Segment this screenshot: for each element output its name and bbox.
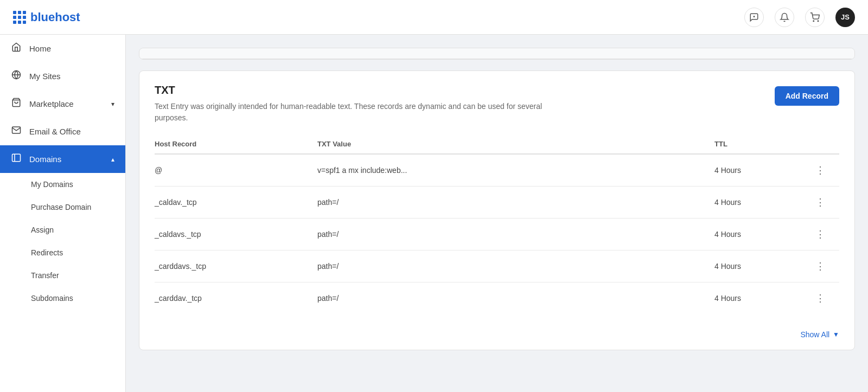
host-record-value: _caldav._tcp — [155, 198, 317, 207]
add-record-button[interactable]: Add Record — [775, 86, 839, 106]
sidebar-item-domains[interactable]: Domains ▴ — [0, 145, 125, 173]
submenu-item-my-domains[interactable]: My Domains — [0, 173, 125, 196]
sidebar-item-label-domains: Domains — [29, 155, 61, 164]
submenu-item-purchase-domain[interactable]: Purchase Domain — [0, 196, 125, 219]
row-action-menu-1[interactable]: ⋮ — [812, 196, 828, 208]
ttl-value: 4 Hours — [714, 262, 812, 271]
card-top-bar — [139, 48, 854, 59]
svg-point-0 — [754, 16, 755, 17]
txt-value: path=/ — [317, 262, 714, 271]
host-record-value: @ — [155, 166, 317, 175]
sidebar: Home My Sites Marketplace ▾ Email & Offi… — [0, 35, 126, 392]
top-partial-card — [139, 48, 855, 60]
domains-icon — [11, 153, 22, 165]
txt-card-header: TXT Text Entry was originally intended f… — [139, 71, 854, 134]
sidebar-item-label-marketplace: Marketplace — [29, 99, 74, 108]
sidebar-item-marketplace[interactable]: Marketplace ▾ — [0, 90, 125, 118]
logo-grid-icon — [13, 11, 25, 24]
submenu-label-transfer: Transfer — [31, 271, 59, 280]
submenu-item-subdomains[interactable]: Subdomains — [0, 287, 125, 310]
submenu-item-transfer[interactable]: Transfer — [0, 264, 125, 287]
table-row: _carddavs._tcp path=/ 4 Hours ⋮ — [155, 250, 839, 282]
svg-point-1 — [813, 21, 814, 22]
host-record-value: _carddavs._tcp — [155, 262, 317, 271]
cart-button[interactable] — [805, 8, 825, 27]
txt-description: Text Entry was originally intended for h… — [155, 101, 561, 124]
svg-rect-6 — [12, 154, 21, 162]
sidebar-item-label-home: Home — [29, 44, 51, 53]
show-all-link[interactable]: Show All — [800, 330, 829, 339]
submenu-label-my-domains: My Domains — [31, 180, 73, 189]
table-row: _caldavs._tcp path=/ 4 Hours ⋮ — [155, 219, 839, 250]
submenu-label-redirects: Redirects — [31, 248, 63, 257]
table-row: _caldav._tcp path=/ 4 Hours ⋮ — [155, 187, 839, 219]
sidebar-item-home[interactable]: Home — [0, 35, 125, 62]
txt-info: TXT Text Entry was originally intended f… — [155, 84, 561, 124]
txt-table-header: Host Record TXT Value TTL — [155, 134, 839, 155]
table-row: @ v=spf1 a mx include:web... 4 Hours ⋮ — [155, 155, 839, 187]
notification-bell-button[interactable] — [775, 8, 794, 27]
col-ttl: TTL — [714, 140, 812, 148]
header-actions: JS — [744, 8, 855, 27]
marketplace-chevron-down-icon: ▾ — [111, 100, 114, 108]
sidebar-item-label-email-office: Email & Office — [29, 127, 81, 136]
sidebar-item-email-office[interactable]: Email & Office — [0, 118, 125, 145]
row-action-menu-0[interactable]: ⋮ — [812, 164, 828, 176]
txt-value: path=/ — [317, 230, 714, 239]
table-row: _carddav._tcp path=/ 4 Hours ⋮ — [155, 282, 839, 314]
host-record-value: _carddav._tcp — [155, 294, 317, 303]
txt-table: Host Record TXT Value TTL @ v=spf1 a mx … — [139, 134, 854, 325]
help-button[interactable] — [744, 8, 764, 27]
submenu-item-redirects[interactable]: Redirects — [0, 241, 125, 264]
ttl-value: 4 Hours — [714, 166, 812, 175]
submenu-item-assign[interactable]: Assign — [0, 219, 125, 241]
svg-point-2 — [818, 21, 819, 22]
email-icon — [11, 125, 22, 138]
user-avatar[interactable]: JS — [835, 8, 855, 27]
ttl-value: 4 Hours — [714, 198, 812, 207]
host-record-value: _caldavs._tcp — [155, 230, 317, 239]
row-action-menu-3[interactable]: ⋮ — [812, 260, 828, 272]
header: bluehost JS — [0, 0, 868, 35]
txt-value: path=/ — [317, 294, 714, 303]
submenu-label-subdomains: Subdomains — [31, 294, 73, 303]
col-host-record: Host Record — [155, 140, 317, 148]
submenu-label-purchase-domain: Purchase Domain — [31, 203, 91, 211]
ttl-value: 4 Hours — [714, 294, 812, 303]
sidebar-item-label-my-sites: My Sites — [29, 72, 61, 81]
txt-value: v=spf1 a mx include:web... — [317, 166, 714, 175]
col-actions — [812, 140, 839, 148]
logo-text: bluehost — [30, 10, 80, 24]
home-icon — [11, 42, 22, 55]
row-action-menu-4[interactable]: ⋮ — [812, 292, 828, 304]
submenu-label-assign: Assign — [31, 226, 54, 234]
txt-title: TXT — [155, 84, 561, 97]
main-content: TXT Text Entry was originally intended f… — [126, 35, 868, 392]
marketplace-icon — [11, 98, 22, 110]
show-all-row: Show All ▼ — [139, 325, 854, 350]
domains-chevron-up-icon: ▴ — [111, 156, 114, 163]
txt-value: path=/ — [317, 198, 714, 207]
ttl-value: 4 Hours — [714, 230, 812, 239]
sidebar-item-my-sites[interactable]: My Sites — [0, 62, 125, 90]
logo: bluehost — [13, 10, 80, 24]
col-txt-value: TXT Value — [317, 140, 714, 148]
show-all-chevron-down-icon: ▼ — [833, 331, 839, 338]
row-action-menu-2[interactable]: ⋮ — [812, 228, 828, 240]
domains-submenu: My Domains Purchase Domain Assign Redire… — [0, 173, 125, 310]
my-sites-icon — [11, 70, 22, 82]
layout: Home My Sites Marketplace ▾ Email & Offi… — [0, 0, 868, 392]
txt-card: TXT Text Entry was originally intended f… — [139, 70, 855, 350]
